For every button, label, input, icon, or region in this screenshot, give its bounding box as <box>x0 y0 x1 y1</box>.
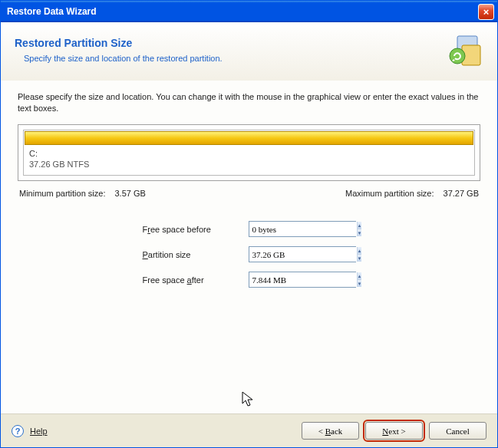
min-size-label: Minimum partition size: <box>19 189 105 198</box>
min-size-value: 3.57 GB <box>114 189 145 198</box>
header-subtitle: Specify the size and location of the res… <box>15 54 447 63</box>
header-text: Restored Partition Size Specify the size… <box>15 37 447 63</box>
wizard-footer: ? Help < Back Next > Cancel <box>1 413 497 447</box>
restore-icon <box>447 31 483 68</box>
wizard-window: Restore Data Wizard × Restored Partition… <box>0 0 498 448</box>
free-after-label: Free space after <box>143 275 242 285</box>
drive-letter: C: <box>29 148 469 159</box>
free-after-input[interactable]: ▲▼ <box>249 272 356 288</box>
titlebar: Restore Data Wizard × <box>1 1 497 22</box>
drive-info: 37.26 GB NTFS <box>29 160 89 169</box>
partition-bar[interactable]: C: 37.26 GB NTFS <box>23 130 475 176</box>
spinner-arrows[interactable]: ▲▼ <box>357 222 362 236</box>
cancel-button[interactable]: Cancel <box>429 422 486 440</box>
help-link[interactable]: Help <box>30 427 48 436</box>
header-title: Restored Partition Size <box>15 37 447 49</box>
free-after-field[interactable] <box>249 272 357 287</box>
wizard-body: Please specify the size and location. Yo… <box>1 81 497 413</box>
down-arrow-icon[interactable]: ▼ <box>358 229 362 236</box>
size-limits: Minimum partition size: 3.57 GB Maximum … <box>19 189 479 198</box>
free-before-field[interactable] <box>249 222 357 236</box>
size-fields: Free space before ▲▼ Partition size ▲▼ F… <box>143 221 356 288</box>
up-arrow-icon[interactable]: ▲ <box>358 247 362 255</box>
partition-size-label: Partition size <box>143 250 242 259</box>
partition-size-field[interactable] <box>249 247 357 262</box>
cursor-icon <box>242 391 256 408</box>
window-title: Restore Data Wizard <box>7 6 478 17</box>
close-icon: × <box>483 6 490 18</box>
down-arrow-icon[interactable]: ▼ <box>358 280 362 287</box>
up-arrow-icon[interactable]: ▲ <box>358 272 362 280</box>
up-arrow-icon[interactable]: ▲ <box>358 222 362 229</box>
down-arrow-icon[interactable]: ▼ <box>358 255 362 262</box>
wizard-header: Restored Partition Size Specify the size… <box>1 22 497 81</box>
free-before-input[interactable]: ▲▼ <box>249 221 356 237</box>
max-size-value: 37.27 GB <box>444 189 479 198</box>
max-size-label: Maximum partition size: <box>345 189 434 198</box>
partition-size-input[interactable]: ▲▼ <box>249 246 356 262</box>
partition-bar-fill[interactable] <box>25 131 473 145</box>
free-before-label: Free space before <box>143 225 242 234</box>
help-icon[interactable]: ? <box>12 425 24 437</box>
instruction-text: Please specify the size and location. Yo… <box>18 91 480 115</box>
next-button[interactable]: Next > <box>365 422 423 440</box>
close-button[interactable]: × <box>478 4 494 20</box>
partition-bar-label: C: 37.26 GB NTFS <box>25 145 473 175</box>
partition-graphic[interactable]: C: 37.26 GB NTFS <box>18 124 480 182</box>
spinner-arrows[interactable]: ▲▼ <box>357 247 362 262</box>
back-button[interactable]: < Back <box>302 422 359 440</box>
spinner-arrows[interactable]: ▲▼ <box>357 272 362 287</box>
